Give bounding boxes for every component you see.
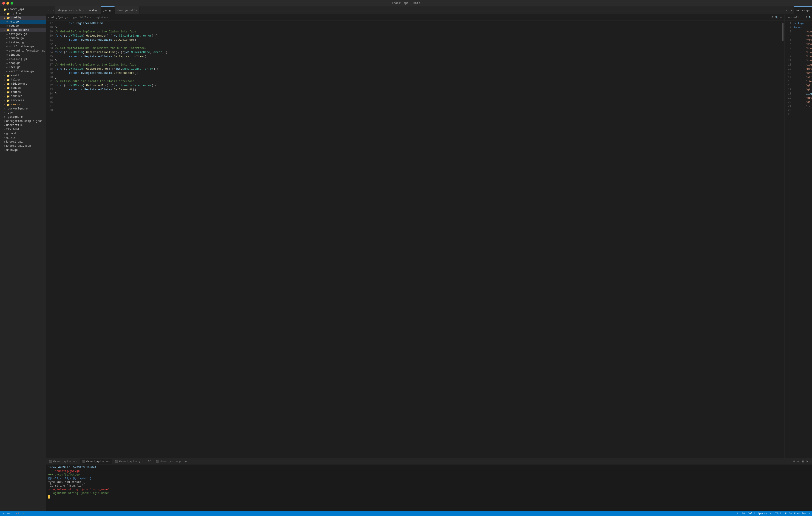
split-icon[interactable]: ⊡ xyxy=(780,16,782,19)
tab-routes-go[interactable]: routes.go xyxy=(793,6,812,14)
sidebar-item-models[interactable]: ▷ 📁 models xyxy=(0,86,46,90)
file-icon: ≡ xyxy=(4,128,5,131)
sidebar-item-ping-go[interactable]: ∞ ping.go xyxy=(0,53,46,57)
sidebar-item-fly-toml[interactable]: ≡ fly.toml xyxy=(0,127,46,132)
sidebar-label: .gitignore xyxy=(6,115,23,119)
minimize-button[interactable] xyxy=(6,2,9,5)
cursor-position[interactable]: Ln 38, Col 1 xyxy=(737,512,755,515)
sidebar-label: models xyxy=(11,86,21,90)
code-line: } xyxy=(55,92,781,96)
code-line: // GetNotBefore implements the Claims in… xyxy=(55,30,781,34)
settings-icon[interactable]: ⚙ xyxy=(809,512,810,515)
sidebar-item-payment-go[interactable]: ∞ payment_information.go xyxy=(0,49,46,53)
sidebar-item-shipping-go[interactable]: ∞ shipping.go xyxy=(0,57,46,61)
sidebar-item-khoomi-api-json[interactable]: ⚙ khoomi_api.json xyxy=(0,144,46,148)
tab-shop-models[interactable]: shop.go models xyxy=(115,6,139,14)
sidebar-item-config[interactable]: ▽ 📂 config xyxy=(0,16,46,20)
error-count[interactable]: ✕ 21 xyxy=(16,512,21,515)
sidebar-item-shop-go[interactable]: ∞ shop.go xyxy=(0,61,46,65)
sidebar-item-main-go[interactable]: ∞ main.go xyxy=(0,148,46,152)
format-icon[interactable]: :T xyxy=(771,16,774,19)
sidebar-item-jwt-go[interactable]: ∞ jwt.go xyxy=(0,20,46,24)
code-area[interactable]: 1718192021 2223242526 2728293031 3233343… xyxy=(46,21,784,458)
close-button[interactable] xyxy=(2,2,5,5)
sidebar-item-khoomi-api[interactable]: ⚙ khoomi_api xyxy=(0,140,46,144)
maximize-button[interactable] xyxy=(10,2,13,5)
sidebar-item-env[interactable]: ≡ .env xyxy=(0,111,46,115)
sidebar-item-go-sum[interactable]: ≡ go.sum xyxy=(0,136,46,140)
code-line: return c.RegisteredClaims.GetAudience() xyxy=(55,38,781,42)
terminal-tab-zsh2[interactable]: ⬛ khoomi_api — zsh xyxy=(80,459,113,464)
terminal-line: type JWTClaim struct { xyxy=(48,480,810,484)
go-file-icon: ∞ xyxy=(6,58,8,60)
scrollbar-thumb[interactable] xyxy=(782,23,784,41)
sidebar-item-github[interactable]: ▷ 📁 .github xyxy=(0,11,46,16)
sidebar-item-go-mod[interactable]: ≡ go.mod xyxy=(0,132,46,136)
code-line: "git xyxy=(793,96,812,100)
tab-mod-go[interactable]: mod.go xyxy=(87,6,101,14)
tab-forward-button[interactable]: › xyxy=(51,6,55,14)
tab-shop-controllers[interactable]: shop.go controllers xyxy=(55,6,87,14)
code-line: func (c JWTClaim) GetExpirationTime() (*… xyxy=(55,50,781,54)
sidebar-label: fly.toml xyxy=(6,128,20,131)
search-icon[interactable]: 🔍 xyxy=(775,16,779,19)
terminal-tab-go-run[interactable]: ⬛ khoomi_api — go run . xyxy=(153,459,194,464)
terminal-tab-zsh1[interactable]: ⬛ khoomi_api — zsh xyxy=(47,459,80,464)
sidebar-label: khoomi_api xyxy=(6,140,23,143)
sidebar-label: helper xyxy=(11,78,21,81)
sidebar-item-categories-json[interactable]: ⚙ categories_sample.json xyxy=(0,119,46,123)
terminal-tab-git-diff[interactable]: ⬛ khoomi_api — git diff xyxy=(113,459,153,464)
sidebar-item-notification-go[interactable]: ∞ notification.go xyxy=(0,45,46,49)
tab-jwt-go[interactable]: jwt.go xyxy=(101,6,115,14)
sidebar-item-samples[interactable]: ▷ 📁 samples xyxy=(0,94,46,99)
tab-back-button[interactable]: ‹ xyxy=(46,6,51,14)
right-tab-forward-button[interactable]: › xyxy=(789,6,793,14)
sidebar-item-services[interactable]: ▷ 📁 services xyxy=(0,99,46,103)
terminal-trash-icon[interactable]: 🗑 xyxy=(801,459,805,464)
format-icon-right[interactable]: :T xyxy=(805,16,807,19)
scrollbar[interactable] xyxy=(781,21,784,458)
sidebar-item-email[interactable]: ▷ 📁 email xyxy=(0,74,46,78)
line-ending[interactable]: LF xyxy=(784,512,786,515)
terminal-tab-label: khoomi_api — go run . xyxy=(160,460,192,463)
sidebar-item-dockerignore[interactable]: ≡ .dockerignore xyxy=(0,107,46,111)
sidebar-item-controllers[interactable]: ▽ 📂 controllers xyxy=(0,28,46,32)
sidebar-item-dockerfile[interactable]: ⚙ Dockerfile xyxy=(0,123,46,127)
sidebar-item-listing-go[interactable]: ∞ listing.go xyxy=(0,40,46,45)
encoding[interactable]: UTF-8 xyxy=(774,512,781,515)
warning-count[interactable]: ⚠ 1 xyxy=(23,512,27,515)
sidebar-label: common.go xyxy=(9,37,24,40)
terminal-split-icon[interactable]: ⊡ xyxy=(793,459,795,464)
file-icon: ≡ xyxy=(4,132,5,135)
sidebar-item-routes[interactable]: ▷ 📁 routes xyxy=(0,90,46,94)
branch-name[interactable]: main xyxy=(7,512,13,515)
sidebar-item-vendor[interactable]: ▷ 📁 vendor xyxy=(0,103,46,107)
sidebar-item-verification-go[interactable]: ∞ verification.go xyxy=(0,70,46,74)
go-file-icon: ∞ xyxy=(6,25,8,27)
sidebar-item-mod-go[interactable]: ∞ mod.go xyxy=(0,24,46,28)
code-line: package xyxy=(793,21,812,26)
search-icon-right[interactable]: 🔍 xyxy=(809,16,811,19)
sidebar-item-root[interactable]: 📁 khoomi_api xyxy=(0,7,46,11)
sidebar-item-gitignore[interactable]: ≡ .gitignore xyxy=(0,115,46,119)
sidebar-item-helper[interactable]: ▷ 📁 helper xyxy=(0,78,46,82)
code-line: "kho xyxy=(793,42,812,46)
terminal-config-icon[interactable]: ⚙ xyxy=(806,459,808,464)
terminal-add-icon[interactable]: ＋ xyxy=(796,459,800,464)
formatter[interactable]: Prettier xyxy=(794,512,807,515)
terminal-tabs: ⬛ khoomi_api — zsh ⬛ khoomi_api — zsh ⬛ … xyxy=(46,458,812,465)
sidebar-item-middleware[interactable]: ▷ 📁 middleware xyxy=(0,82,46,86)
terminal-content[interactable]: index 44b9097..52334f3 100644 --- a/conf… xyxy=(46,465,812,511)
code-line: "mat xyxy=(793,67,812,71)
right-code-area[interactable]: 12345 678910 1112131415 1617181920 21222… xyxy=(784,21,812,458)
sidebar-item-common-go[interactable]: ∞ common.go xyxy=(0,36,46,40)
indent-size[interactable]: Spaces: 4 xyxy=(758,512,771,515)
language-mode[interactable]: Go xyxy=(789,512,792,515)
sidebar-item-category-go[interactable]: ∞ category.go xyxy=(0,32,46,36)
sidebar-item-user-go[interactable]: ∞ user.go xyxy=(0,65,46,70)
breadcrumb-type: type JWTClaim xyxy=(71,16,91,19)
code-line: "git xyxy=(793,83,812,88)
terminal-close-icon[interactable]: ✕ xyxy=(809,459,811,464)
right-tab-back-button[interactable]: ‹ xyxy=(784,6,789,14)
terminal-icon: ⬛ xyxy=(156,460,158,463)
